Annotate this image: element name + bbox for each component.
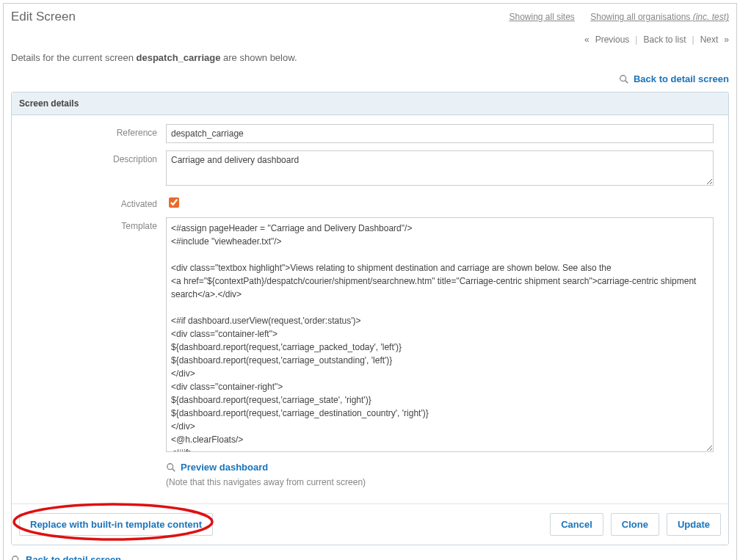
detail-name: despatch_carriage [137,52,221,63]
page-container: Edit Screen Showing all sites Showing al… [3,3,737,560]
detail-suffix: are shown below. [220,52,297,63]
magnifier-icon [11,555,21,561]
preview-dashboard-link[interactable]: Preview dashboard [181,462,268,473]
pager-prev-chevrons: « [584,34,590,45]
panel-footer: Replace with built-in template content C… [12,503,728,545]
panel-body: Reference Description Activated Template [12,115,728,503]
detail-line: Details for the current screen despatch_… [11,49,729,73]
back-link-top: Back to detail screen [11,73,729,92]
svg-point-0 [620,75,626,81]
back-link-bottom: Back to detail screen [11,554,729,560]
header-links: Showing all sites Showing all organisati… [496,12,729,22]
header: Edit Screen Showing all sites Showing al… [11,7,729,30]
showing-sites-link[interactable]: Showing all sites [509,12,574,22]
label-description: Description [19,150,166,164]
row-template: Template Preview dashboard (Note that th… [19,217,721,487]
cancel-button[interactable]: Cancel [550,513,603,536]
description-input[interactable] [166,150,714,186]
svg-point-5 [12,556,18,560]
row-reference: Reference [19,124,721,143]
pager-back-to-list[interactable]: Back to list [643,34,686,45]
showing-orgs-suffix: (inc. test) [693,12,729,22]
activated-checkbox[interactable] [169,197,179,208]
screen-details-panel: Screen details Reference Description Act… [11,92,729,545]
svg-line-1 [625,80,628,83]
back-to-detail-link-bottom[interactable]: Back to detail screen [26,554,121,560]
svg-point-2 [167,463,173,469]
pager-nav: « Previous | Back to list | Next » [11,30,729,49]
pager-next[interactable]: Next [700,34,719,45]
clone-button[interactable]: Clone [611,513,659,536]
showing-orgs-link[interactable]: Showing all organisations (inc. test) [590,12,729,22]
svg-line-3 [173,468,175,471]
detail-prefix: Details for the current screen [11,52,137,63]
replace-button[interactable]: Replace with built-in template content [19,513,213,536]
magnifier-icon [619,74,629,84]
panel-header: Screen details [12,92,728,115]
pager-previous[interactable]: Previous [595,34,630,45]
back-to-detail-link[interactable]: Back to detail screen [634,73,729,84]
update-button[interactable]: Update [667,513,721,536]
replace-button-wrap: Replace with built-in template content [19,513,213,536]
sep: | [692,34,694,45]
row-activated: Activated [19,195,721,210]
row-description: Description [19,150,721,188]
label-reference: Reference [19,124,166,138]
sep: | [635,34,637,45]
label-activated: Activated [19,195,166,209]
preview-note: (Note that this navigates away from curr… [166,477,714,487]
action-buttons: Cancel Clone Update [550,513,721,536]
magnifier-icon [166,462,176,473]
page-title: Edit Screen [11,10,76,24]
reference-input[interactable] [166,124,714,143]
label-template: Template [19,217,166,231]
showing-orgs-text: Showing all organisations [590,12,690,22]
template-input[interactable] [166,217,714,452]
pager-next-chevrons: » [724,34,729,45]
